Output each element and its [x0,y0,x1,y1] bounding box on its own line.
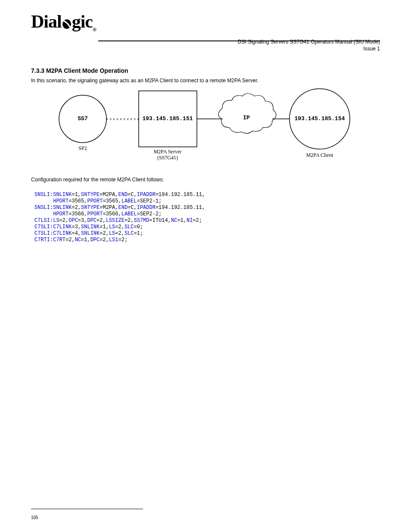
node-client-ip: 193.145.185.154 [294,115,345,122]
section-heading: 7.3.3 M2PA Client Mode Operation [31,67,128,74]
doc-title: DSI Signaling Servers SS7G41 Operators M… [112,39,380,46]
node-client-sub: M2PA Client [306,152,333,158]
section-lead-in: In this scenario, the signaling gateway … [31,78,380,84]
logo-part-1: Dial [31,12,62,31]
node-cloud [218,93,276,134]
node-ss7-sublabel: SP2 [78,145,87,151]
config-code-block: SNSLI:SNLINK=1,SNTYPE=M2PA,END=C,IPADDR=… [34,192,205,243]
doc-title-block: DSI Signaling Servers SS7G41 Operators M… [112,39,380,52]
node-server-ip: 193.145.185.151 [142,115,193,122]
node-ss7-label: SS7 [78,115,87,122]
network-diagram: SS7 SP2 193.145.185.151 M2PA Server (SS7… [31,84,380,166]
footer-divider [31,509,143,509]
page-header: Dialgic® [0,11,411,33]
config-intro: Configuration required for the remote M2… [31,177,164,183]
node-server-sub2: (SS7G41) [157,155,178,161]
logo-swoosh-icon [62,16,72,30]
page-number: 105 [31,515,38,520]
logo-part-3: gic [72,12,93,31]
brand-logo: Dialgic® [31,11,96,33]
cloud-label: IP [243,115,250,121]
registered-icon: ® [93,27,96,33]
doc-issue: Issue 1 [112,46,380,53]
node-server-sub1: M2PA Server [154,149,182,155]
